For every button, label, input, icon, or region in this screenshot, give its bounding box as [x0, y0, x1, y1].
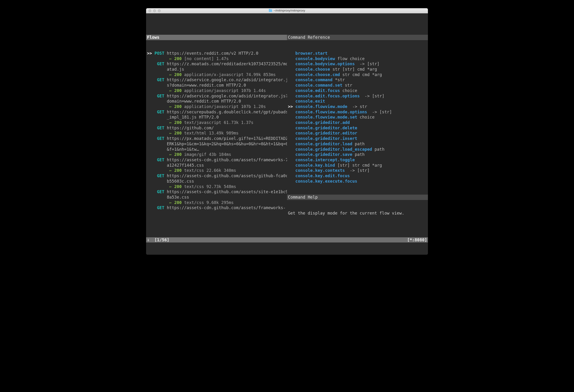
command-name: console.flowview.mode.options [295, 110, 367, 114]
command-item[interactable]: console.flowview.mode.options -> [str] [287, 109, 428, 115]
flow-row[interactable]: GET https://assets-cdn.github.com/assets… [146, 157, 287, 173]
flow-method: POST [155, 51, 164, 56]
command-item[interactable]: console.grideditor.insert [287, 136, 428, 141]
command-item[interactable]: browser.start [287, 51, 428, 56]
command-item[interactable]: console.grideditor.load_escaped path [287, 147, 428, 152]
command-item[interactable]: >> console.flowview.mode -> str [287, 104, 428, 109]
flow-url: https://assets-cdn.github.com/assets/fra… [167, 205, 286, 210]
command-args: -> [str] [360, 94, 385, 98]
flow-row[interactable]: GET https://adservice.google.com/adsid/i… [146, 93, 287, 109]
flow-method: GET [157, 157, 164, 162]
terminal-body[interactable]: Flows >> POST https://events.reddit.com/… [146, 13, 428, 255]
command-item[interactable]: console.grideditor.add [287, 120, 428, 125]
command-item[interactable]: console.bodyview.options -> [str] [287, 61, 428, 67]
command-item[interactable]: console.exit [287, 98, 428, 104]
response-meta: [no content] 1.47s [184, 56, 229, 61]
command-args: path [352, 152, 365, 157]
flow-url-cont: b55603c.css [167, 179, 194, 184]
command-item[interactable]: console.grideditor.delete [287, 125, 428, 131]
command-name: console.grideditor.add [295, 120, 350, 125]
flow-method: GET [157, 61, 164, 66]
window-titlebar[interactable]: ~/mitmproxy/mitmproxy [146, 8, 428, 13]
command-args: str [342, 83, 352, 88]
command-args: [str] str cmd *arg [335, 163, 382, 168]
close-window-icon[interactable] [148, 9, 151, 12]
command-args: str [str] cmd *arg [330, 67, 377, 72]
flow-url-cont: &f=1&nh=1&tw… [167, 147, 199, 152]
command-name: console.grideditor.load_escaped [295, 147, 372, 152]
command-item[interactable]: console.flowview.mode.set choice [287, 115, 428, 120]
status-right: [*:8080] [407, 237, 427, 243]
response-status: 200 [174, 56, 182, 61]
flow-url: https://px.moatads.com/pixel.gif?e=17&i=… [167, 136, 287, 141]
command-item[interactable]: console.bodyview flow choice [287, 56, 428, 61]
flow-url: https://assets-cdn.github.com/assets/git… [167, 174, 287, 178]
response-meta: text/javascript 61.73k 1.37s [184, 120, 253, 125]
flow-method: GET [157, 205, 164, 210]
command-item[interactable]: console.grideditor.save path [287, 152, 428, 157]
flow-row[interactable]: GET https://assets-cdn.github.com/assets… [146, 189, 287, 205]
command-item[interactable]: console.key.contexts -> [str] [287, 168, 428, 173]
command-name: console.flowview.mode [295, 104, 347, 109]
flow-row[interactable]: >> POST https://events.reddit.com/v2 HTT… [146, 51, 287, 61]
command-args: str cmd cmd *arg [340, 72, 382, 77]
flow-row[interactable]: GET https://z.moatads.com/redditadzerk10… [146, 61, 287, 77]
minimize-window-icon[interactable] [153, 9, 156, 12]
command-name: browser.start [295, 51, 328, 56]
flow-row[interactable]: GET https://adservice.google.co.nz/adsid… [146, 77, 287, 93]
command-name: console.intercept.toggle [295, 157, 355, 162]
response-meta: image/gif 43b 184ms [184, 152, 231, 157]
command-item[interactable]: console.command.set str [287, 83, 428, 88]
response-arrow-icon: ← [169, 131, 172, 136]
command-args: choice [340, 88, 357, 93]
command-name: console.edit.focus.options [295, 94, 360, 98]
flow-row[interactable]: GET https://github.com/ ← 200 text/html … [146, 125, 287, 136]
flow-url-cont: 8a53e.css [167, 195, 189, 199]
command-item[interactable]: console.edit.focus.options -> [str] [287, 93, 428, 99]
command-item[interactable]: console.grideditor.editor [287, 131, 428, 136]
terminal-window: ~/mitmproxy/mitmproxy Flows >> POST http… [146, 8, 428, 255]
command-name: console.command.set [295, 83, 342, 88]
command-args: -> [str] [355, 61, 379, 66]
flow-url-cont: s?domain=www.reddit.com HTTP/2.0 [167, 83, 246, 88]
command-item[interactable]: console.edit.focus choice [287, 88, 428, 93]
status-bar: ⇩ [1/56] [*:8080] [146, 237, 428, 243]
command-args: -> str [347, 104, 367, 109]
response-arrow-icon: ← [169, 56, 172, 61]
command-item[interactable]: console.intercept.toggle [287, 157, 428, 163]
response-arrow-icon: ← [169, 168, 172, 173]
response-arrow-icon: ← [169, 184, 172, 189]
flow-row[interactable]: GET https://assets-cdn.github.com/assets… [146, 205, 287, 211]
window-title-container: ~/mitmproxy/mitmproxy [269, 8, 305, 13]
response-arrow-icon: ← [169, 120, 172, 125]
response-meta: application/javascript 107b 1.44s [184, 88, 266, 93]
response-status: 200 [174, 88, 182, 93]
cmdref-header: Command Reference [287, 35, 428, 40]
flow-url: https://z.moatads.com/redditadzerk107343… [167, 61, 287, 66]
command-item[interactable]: console.key.bind [str] str cmd *arg [287, 163, 428, 168]
flows-pane[interactable]: Flows >> POST https://events.reddit.com/… [146, 24, 287, 227]
response-meta: text/html 13.49k 989ms [184, 131, 239, 136]
command-args: path [352, 141, 365, 146]
flow-row[interactable]: GET https://assets-cdn.github.com/assets… [146, 173, 287, 189]
flow-url: https://events.reddit.com/v2 HTTP/2.0 [167, 51, 258, 56]
response-meta: text/css 9.68k 295ms [184, 200, 234, 205]
flow-row[interactable]: GET https://px.moatads.com/pixel.gif?e=1… [146, 136, 287, 157]
command-item[interactable]: console.choose.cmd str cmd cmd *arg [287, 72, 428, 78]
flow-row[interactable]: GET https://securepubads.g.doubleclick.n… [146, 109, 287, 125]
command-item[interactable]: console.key.edit.focus [287, 173, 428, 179]
command-item[interactable]: console.grideditor.load path [287, 141, 428, 147]
flow-method: GET [157, 174, 164, 178]
command-item[interactable]: console.choose str [str] cmd *arg [287, 67, 428, 72]
command-item[interactable]: console.command *str [287, 77, 428, 83]
command-name: console.bodyview [295, 56, 335, 61]
flow-url-cont: ERK1&hp=1&cm=1&kq=2&hq=0&hs=0&hu=0&hr=0&… [167, 141, 287, 146]
zoom-window-icon[interactable] [158, 9, 161, 12]
command-item[interactable]: console.key.execute.focus [287, 179, 428, 184]
flow-url-cont: atad.js [167, 67, 184, 72]
command-reference-pane[interactable]: Command Reference browser.start console.… [287, 24, 428, 227]
flow-url-cont: _impl_181.js HTTP/2.0 [167, 115, 219, 119]
response-status: 200 [174, 131, 182, 136]
traffic-lights [146, 9, 161, 12]
response-status: 200 [174, 120, 182, 125]
